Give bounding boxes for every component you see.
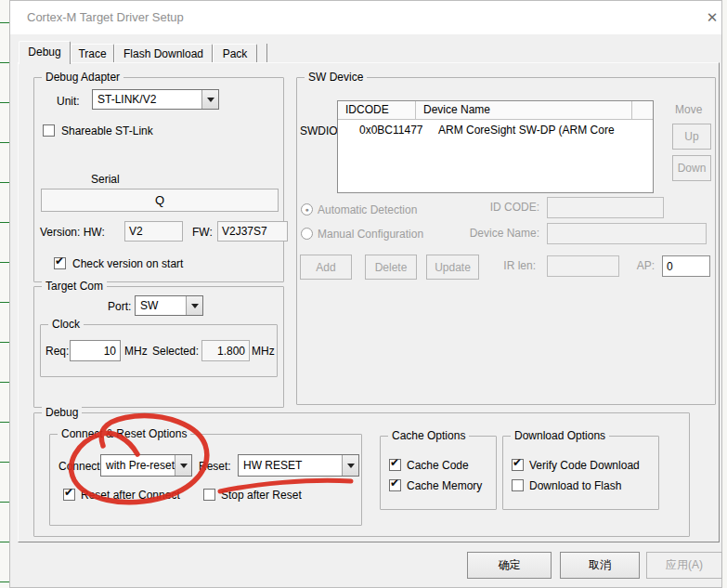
shareable-stlink-checkbox[interactable] <box>43 124 55 137</box>
group-label: Debug Adapter <box>42 71 123 84</box>
group-label: Cache Options <box>388 429 469 442</box>
cache-memory-checkbox[interactable]: ✔ <box>389 479 401 491</box>
cache-memory-label: Cache Memory <box>407 479 482 492</box>
stop-after-reset-checkbox[interactable] <box>203 489 215 501</box>
check-icon: ✔ <box>64 487 73 499</box>
column-header-idcode[interactable]: IDCODE <box>338 101 416 120</box>
manual-configuration-label: Manual Configuration <box>318 228 423 241</box>
update-button: Update <box>426 255 479 280</box>
check-version-label: Check version on start <box>72 257 183 270</box>
check-icon: ✔ <box>390 477 399 490</box>
selected-clock-field: 1.800 <box>201 340 250 361</box>
serial-label: Serial <box>91 173 120 186</box>
group-label: Clock <box>48 318 84 331</box>
reset-dropdown[interactable]: HW RESET <box>238 454 359 477</box>
check-icon: ✔ <box>55 255 64 268</box>
sw-device-table: IDCODE Device Name 0x0BC11477 ARM CoreSi… <box>337 100 654 193</box>
device-name-field <box>547 223 707 244</box>
tab-pack[interactable]: Pack <box>213 44 257 64</box>
column-header-empty <box>632 101 653 120</box>
add-button: Add <box>300 255 352 280</box>
group-cache-options: Cache Options <box>380 436 497 510</box>
id-code-field <box>547 197 664 218</box>
hw-version-field: V2 <box>124 221 183 242</box>
device-name-label: Device Name: <box>463 227 539 240</box>
cell-idcode: 0x0BC11477 <box>359 124 423 138</box>
download-to-flash-label: Download to Flash <box>529 479 621 492</box>
fw-version-field: V2J37S7 <box>217 221 288 242</box>
req-unit-label: MHz <box>124 345 148 358</box>
shareable-stlink-label: Shareable ST-Link <box>61 124 153 137</box>
unit-label: Unit: <box>57 95 80 108</box>
reset-after-connect-label: Reset after Connect <box>81 489 180 502</box>
ir-len-field <box>547 255 619 277</box>
group-connect-reset-options: Connect & Reset Options <box>49 434 362 526</box>
cancel-button[interactable]: 取消 <box>560 552 640 579</box>
automatic-detection-label: Automatic Detection <box>318 203 417 216</box>
dropdown-arrow-icon[interactable] <box>201 90 218 109</box>
tab-strip-divider <box>266 44 267 62</box>
unit-dropdown[interactable]: ST-LINK/V2 <box>92 89 219 110</box>
dropdown-arrow-icon[interactable] <box>342 455 358 476</box>
cache-code-label: Cache Code <box>407 459 469 472</box>
serial-field[interactable]: Q <box>41 189 279 212</box>
connect-dropdown-value: with Pre-reset <box>101 455 175 476</box>
ok-button[interactable]: 确定 <box>467 552 552 579</box>
dropdown-arrow-icon[interactable] <box>175 455 191 476</box>
delete-button: Delete <box>365 255 417 280</box>
check-icon: ✔ <box>513 457 522 469</box>
ir-len-label: IR len: <box>489 259 536 272</box>
apply-button: 应用(A) <box>646 552 722 579</box>
manual-configuration-radio <box>301 228 313 240</box>
check-icon: ✔ <box>390 457 399 469</box>
dropdown-arrow-icon[interactable] <box>186 296 202 315</box>
req-clock-field[interactable]: 10 <box>70 340 121 361</box>
ap-field[interactable]: 0 <box>662 255 710 277</box>
group-label: Debug <box>42 406 82 419</box>
verify-code-download-label: Verify Code Download <box>529 459 640 472</box>
group-label: Target Com <box>42 280 107 293</box>
close-icon[interactable]: ✕ <box>701 7 723 28</box>
title-bar: Cortex-M Target Driver Setup ✕ <box>10 1 721 34</box>
connect-dropdown[interactable]: with Pre-reset <box>100 454 192 477</box>
background-editor-strip <box>0 0 9 588</box>
selected-unit-label: MHz <box>252 345 275 358</box>
verify-code-download-checkbox[interactable]: ✔ <box>512 459 524 471</box>
table-header: IDCODE Device Name <box>338 101 653 120</box>
group-label: SW Device <box>305 71 367 84</box>
move-up-button: Up <box>672 124 711 150</box>
group-download-options: Download Options <box>502 436 659 510</box>
reset-after-connect-checkbox[interactable]: ✔ <box>63 489 75 501</box>
fw-label: FW: <box>192 226 213 239</box>
reset-dropdown-value: HW RESET <box>239 455 342 476</box>
req-label: Req: <box>45 345 69 358</box>
move-label: Move <box>675 103 702 116</box>
stop-after-reset-label: Stop after Reset <box>221 489 302 502</box>
cell-device-name: ARM CoreSight SW-DP (ARM Core <box>438 124 615 138</box>
dialog-cortex-m-target-driver-setup: Cortex-M Target Driver Setup ✕ Debug Tra… <box>9 0 722 588</box>
check-version-checkbox[interactable]: ✔ <box>54 257 66 269</box>
tab-trace[interactable]: Trace <box>71 44 114 64</box>
version-hw-label: Version: HW: <box>40 226 105 239</box>
selected-label: Selected: <box>152 345 199 358</box>
cache-code-checkbox[interactable]: ✔ <box>389 459 401 471</box>
id-code-label: ID CODE: <box>473 201 539 214</box>
radio-dot-icon <box>302 229 312 239</box>
port-dropdown[interactable]: SW <box>135 295 203 316</box>
column-header-device-name[interactable]: Device Name <box>416 101 632 120</box>
move-down-button: Down <box>672 155 711 181</box>
reset-label: Reset: <box>199 460 231 473</box>
unit-dropdown-value: ST-LINK/V2 <box>93 90 201 109</box>
port-label: Port: <box>108 300 131 313</box>
tab-flash-download[interactable]: Flash Download <box>114 44 213 64</box>
group-label: Connect & Reset Options <box>58 427 190 440</box>
tab-debug[interactable]: Debug <box>19 41 71 64</box>
swdio-row-label: SWDIO <box>300 124 337 137</box>
group-label: Download Options <box>511 429 609 442</box>
port-dropdown-value: SW <box>136 296 186 315</box>
ap-label: AP: <box>629 259 655 272</box>
connect-label: Connect: <box>58 460 103 473</box>
radio-dot-icon: ● <box>302 204 312 215</box>
automatic-detection-radio: ● <box>301 203 313 216</box>
download-to-flash-checkbox[interactable] <box>512 479 524 491</box>
